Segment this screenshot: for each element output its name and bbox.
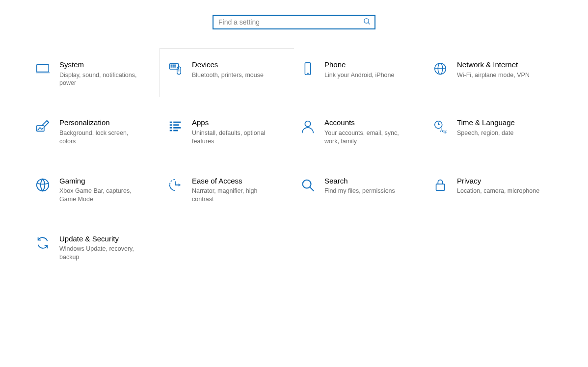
tile-description: Speech, region, date <box>457 129 540 137</box>
svg-rect-6 <box>172 65 174 66</box>
settings-tile-accounts[interactable]: AccountsYour accounts, email, sync, work… <box>299 117 422 146</box>
svg-rect-13 <box>305 63 310 75</box>
svg-text:字: 字 <box>443 130 447 134</box>
system-icon <box>35 61 51 77</box>
tile-title: Time & Language <box>457 118 553 128</box>
apps-icon <box>167 119 183 134</box>
tile-description: Narrator, magnifier, high contrast <box>192 187 275 204</box>
tile-description: Xbox Game Bar, captures, Game Mode <box>59 187 143 204</box>
settings-tile-search[interactable]: SearchFind my files, permissions <box>299 175 422 205</box>
svg-point-35 <box>303 180 311 188</box>
svg-rect-23 <box>173 122 181 123</box>
update-icon <box>35 235 51 251</box>
tile-title: Privacy <box>457 176 553 186</box>
tile-description: Background, lock screen, colors <box>59 129 143 146</box>
gaming-icon <box>35 177 51 193</box>
svg-rect-26 <box>173 130 178 131</box>
tile-title: Personalization <box>59 118 156 128</box>
tile-title: Search <box>324 176 421 186</box>
settings-tile-privacy[interactable]: PrivacyLocation, camera, microphone <box>431 175 554 205</box>
search-icon <box>300 177 316 193</box>
search-icon <box>363 18 371 27</box>
phone-icon <box>300 61 316 77</box>
accounts-icon <box>300 119 316 134</box>
svg-rect-10 <box>174 66 176 67</box>
personalization-icon <box>35 119 51 134</box>
tile-description: Location, camera, microphone <box>457 187 540 195</box>
network-icon <box>432 61 448 77</box>
search-box[interactable] <box>213 15 375 29</box>
svg-marker-34 <box>179 184 181 186</box>
svg-point-0 <box>364 18 369 23</box>
svg-rect-37 <box>436 184 445 190</box>
tile-title: Network & Internet <box>457 60 553 70</box>
svg-rect-24 <box>173 125 179 126</box>
svg-line-36 <box>310 187 314 191</box>
search-bar-container <box>0 0 588 29</box>
svg-rect-19 <box>170 122 172 123</box>
devices-icon <box>167 61 183 77</box>
tile-title: Phone <box>324 60 421 70</box>
search-input[interactable] <box>217 18 363 26</box>
tile-title: System <box>59 60 156 70</box>
settings-tile-personalization[interactable]: PersonalizationBackground, lock screen, … <box>34 117 157 146</box>
time-icon: A字 <box>432 119 448 134</box>
svg-rect-5 <box>171 65 172 66</box>
tile-title: Update & Security <box>59 234 156 244</box>
settings-tile-network[interactable]: Network & InternetWi-Fi, airplane mode, … <box>431 59 554 88</box>
ease-icon <box>167 177 183 193</box>
tile-description: Uninstall, defaults, optional features <box>192 129 275 146</box>
tile-description: Find my files, permissions <box>324 187 408 195</box>
svg-point-33 <box>37 179 49 190</box>
settings-tile-gaming[interactable]: GamingXbox Game Bar, captures, Game Mode <box>34 175 157 205</box>
tile-title: Ease of Access <box>192 176 288 186</box>
svg-rect-2 <box>37 65 49 72</box>
tile-description: Your accounts, email, sync, work, family <box>324 129 408 146</box>
svg-rect-25 <box>173 127 181 129</box>
tile-title: Accounts <box>324 118 421 128</box>
privacy-icon <box>432 177 448 193</box>
settings-grid: SystemDisplay, sound, notifications, pow… <box>34 29 554 262</box>
settings-tile-phone[interactable]: PhoneLink your Android, iPhone <box>299 59 422 88</box>
tile-title: Gaming <box>59 176 156 186</box>
settings-tile-system[interactable]: SystemDisplay, sound, notifications, pow… <box>34 59 157 88</box>
svg-rect-22 <box>170 130 172 131</box>
tile-title: Apps <box>192 118 288 128</box>
tile-description: Display, sound, notifications, power <box>59 71 143 88</box>
svg-rect-21 <box>170 127 172 129</box>
svg-rect-7 <box>174 65 176 66</box>
svg-rect-20 <box>170 125 172 126</box>
svg-rect-9 <box>172 66 174 67</box>
svg-point-27 <box>305 121 310 127</box>
settings-tile-devices[interactable]: DevicesBluetooth, printers, mouse <box>166 59 289 88</box>
svg-line-1 <box>368 23 370 24</box>
settings-tile-ease[interactable]: Ease of AccessNarrator, magnifier, high … <box>166 175 289 205</box>
settings-tile-time[interactable]: A字Time & LanguageSpeech, region, date <box>431 117 554 146</box>
tile-title: Devices <box>192 60 288 70</box>
svg-rect-8 <box>171 66 172 67</box>
tile-description: Bluetooth, printers, mouse <box>192 71 275 79</box>
tile-description: Wi-Fi, airplane mode, VPN <box>457 71 540 79</box>
settings-tile-apps[interactable]: AppsUninstall, defaults, optional featur… <box>166 117 289 146</box>
tile-description: Link your Android, iPhone <box>324 71 408 79</box>
settings-tile-update[interactable]: Update & SecurityWindows Update, recover… <box>34 233 157 262</box>
tile-description: Windows Update, recovery, backup <box>59 245 143 262</box>
